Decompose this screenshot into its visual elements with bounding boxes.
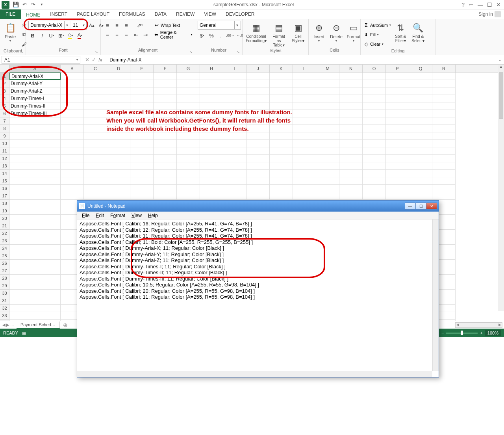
cell[interactable]	[363, 147, 386, 155]
cell[interactable]	[107, 87, 130, 95]
align-middle-icon[interactable]: ≡	[113, 21, 121, 30]
underline-icon[interactable]: U▾	[47, 31, 56, 40]
column-header[interactable]: I	[223, 65, 246, 72]
column-header[interactable]: G	[177, 65, 200, 72]
column-header[interactable]: F	[154, 65, 177, 72]
column-header[interactable]: B	[61, 65, 84, 72]
tab-insert[interactable]: INSERT	[45, 9, 72, 19]
notepad-minimize-icon[interactable]: —	[405, 203, 416, 210]
align-left-icon[interactable]: ≡	[103, 30, 112, 39]
cell[interactable]	[339, 140, 363, 147]
notepad-titlebar[interactable]: 📄 Untitled - Notepad — ☐ ✕	[77, 201, 439, 212]
cell[interactable]	[386, 110, 409, 117]
cell[interactable]	[9, 192, 61, 200]
cell[interactable]	[316, 192, 339, 200]
cell[interactable]	[432, 80, 456, 87]
tab-review[interactable]: REVIEW	[171, 9, 199, 19]
cell[interactable]	[409, 117, 432, 125]
ribbon-display-icon[interactable]: ▭	[469, 2, 474, 8]
cell[interactable]	[293, 147, 316, 155]
cell[interactable]	[270, 192, 293, 200]
cell[interactable]	[200, 72, 223, 80]
cell[interactable]	[386, 155, 409, 162]
cell[interactable]	[339, 192, 363, 200]
cell[interactable]	[61, 125, 84, 132]
row-header[interactable]: 13	[0, 162, 9, 170]
cell[interactable]	[9, 132, 61, 140]
cell[interactable]	[270, 140, 293, 147]
cell[interactable]	[223, 72, 246, 80]
row-header[interactable]: 31	[0, 297, 9, 305]
cell[interactable]	[409, 125, 432, 132]
row-header[interactable]: 19	[0, 207, 9, 215]
cell[interactable]	[432, 102, 456, 110]
cell[interactable]	[84, 177, 107, 185]
column-header[interactable]: O	[363, 65, 386, 72]
cell[interactable]	[61, 192, 84, 200]
zoom-in-icon[interactable]: +	[480, 331, 482, 335]
cell[interactable]	[200, 155, 223, 162]
cell[interactable]	[363, 170, 386, 177]
cell[interactable]	[223, 132, 246, 140]
cell[interactable]	[363, 177, 386, 185]
format-cells-button[interactable]: ▭ Format▼	[346, 21, 361, 43]
cell[interactable]	[386, 125, 409, 132]
cell[interactable]	[9, 267, 61, 275]
cell[interactable]	[84, 155, 107, 162]
cell[interactable]	[246, 95, 270, 102]
cell[interactable]	[61, 102, 84, 110]
cell[interactable]	[107, 72, 130, 80]
cell[interactable]	[61, 132, 84, 140]
cell[interactable]	[386, 117, 409, 125]
cell[interactable]	[154, 185, 177, 192]
cell[interactable]	[177, 95, 200, 102]
cell[interactable]	[177, 155, 200, 162]
cell[interactable]	[61, 80, 84, 87]
cell[interactable]	[409, 87, 432, 95]
cell[interactable]	[270, 72, 293, 80]
font-name-input[interactable]	[29, 22, 64, 28]
cell[interactable]	[316, 162, 339, 170]
cell[interactable]	[9, 177, 61, 185]
notepad-menu-edit[interactable]: Edit	[93, 213, 107, 218]
column-header[interactable]: H	[200, 65, 223, 72]
align-bottom-icon[interactable]: ≡	[122, 21, 131, 30]
cell[interactable]	[84, 110, 107, 117]
column-header[interactable]: E	[130, 65, 154, 72]
cell[interactable]	[130, 95, 154, 102]
cell[interactable]	[409, 140, 432, 147]
cell[interactable]	[200, 95, 223, 102]
cell[interactable]	[363, 102, 386, 110]
cell[interactable]	[246, 177, 270, 185]
cell[interactable]	[270, 147, 293, 155]
cell[interactable]	[409, 72, 432, 80]
cell[interactable]	[107, 170, 130, 177]
cell[interactable]	[246, 162, 270, 170]
conditional-formatting-button[interactable]: ▦ ConditionalFormatting▾	[245, 21, 267, 44]
cell[interactable]	[409, 110, 432, 117]
cell[interactable]	[84, 140, 107, 147]
cell[interactable]	[200, 185, 223, 192]
cell[interactable]	[246, 87, 270, 95]
cell[interactable]	[432, 87, 456, 95]
cell[interactable]	[9, 260, 61, 267]
cell[interactable]	[107, 192, 130, 200]
cell[interactable]	[363, 80, 386, 87]
cell[interactable]	[107, 95, 130, 102]
zoom-level[interactable]: 100%	[485, 330, 501, 336]
cell[interactable]	[316, 87, 339, 95]
cell[interactable]	[293, 155, 316, 162]
cell[interactable]	[339, 125, 363, 132]
cell[interactable]	[154, 72, 177, 80]
sign-in-link[interactable]: Sign in	[475, 9, 504, 19]
cell[interactable]	[130, 162, 154, 170]
chevron-down-icon[interactable]: ▼	[74, 58, 80, 61]
cell[interactable]	[9, 117, 61, 125]
sort-filter-button[interactable]: ⇅ Sort &Filter▾	[393, 21, 408, 44]
cell[interactable]	[432, 132, 456, 140]
row-header[interactable]: 20	[0, 215, 9, 222]
cell[interactable]	[200, 87, 223, 95]
cell[interactable]	[84, 185, 107, 192]
cell[interactable]	[386, 162, 409, 170]
column-header[interactable]: N	[339, 65, 363, 72]
